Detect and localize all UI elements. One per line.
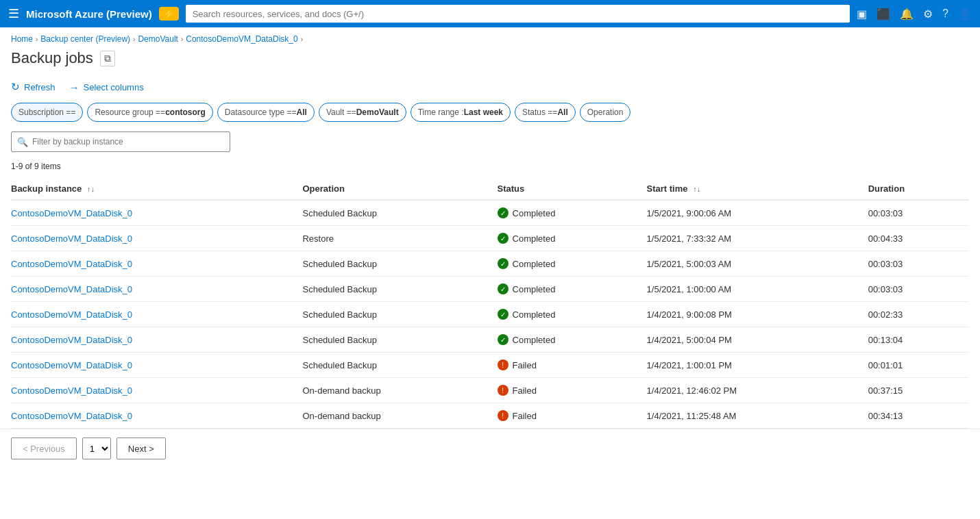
next-button[interactable]: Next > [117, 438, 166, 459]
instance-cell[interactable]: ContosoDemoVM_DataDisk_0 [11, 302, 302, 327]
app-title: Microsoft Azure (Preview) [26, 8, 152, 20]
filter-row: Subscription == Resource group == contos… [0, 103, 980, 129]
status-text: Completed [513, 233, 556, 244]
status-cell: ✓Completed [498, 200, 647, 226]
col-header-0[interactable]: Backup instance ↑↓ [11, 178, 302, 200]
col-header-4: Duration [868, 178, 969, 200]
start-time-cell: 1/4/2021, 5:00:04 PM [647, 327, 868, 353]
settings-icon[interactable]: ⚙ [923, 8, 933, 21]
start-time-cell: 1/4/2021, 11:25:48 AM [647, 403, 868, 429]
instance-cell[interactable]: ContosoDemoVM_DataDisk_0 [11, 251, 302, 277]
filter-chip-4[interactable]: Time range : Last week [411, 103, 511, 122]
start-time-cell: 1/4/2021, 12:46:02 PM [647, 378, 868, 403]
status-text: Failed [513, 385, 537, 396]
table-row: ContosoDemoVM_DataDisk_0Scheduled Backup… [11, 327, 969, 353]
share-icon[interactable]: ⧉ [100, 51, 115, 66]
search-icon: 🔍 [17, 137, 28, 147]
failed-icon: ! [498, 359, 509, 370]
completed-icon: ✓ [498, 207, 509, 218]
operation-cell: On-demand backup [302, 403, 497, 429]
completed-icon: ✓ [498, 334, 509, 345]
start-time-cell: 1/4/2021, 9:00:08 PM [647, 302, 868, 327]
table-row: ContosoDemoVM_DataDisk_0Scheduled Backup… [11, 302, 969, 327]
filter-chip-3[interactable]: Vault == DemoVault [319, 103, 406, 122]
breadcrumb-home[interactable]: Home [11, 34, 33, 44]
page-title: Backup jobs [11, 49, 93, 67]
status-cell: !Failed [498, 403, 647, 429]
status-text: Completed [513, 259, 556, 269]
operation-cell: Scheduled Backup [302, 327, 497, 353]
topbar: ☰ Microsoft Azure (Preview) ⚡ ▣ ⬛ 🔔 ⚙ ? … [0, 0, 980, 27]
table-row: ContosoDemoVM_DataDisk_0Scheduled Backup… [11, 200, 969, 226]
status-text: Failed [513, 360, 537, 370]
duration-cell: 00:03:03 [868, 251, 969, 277]
cloud-shell-icon[interactable]: ⬛ [877, 8, 890, 21]
status-text: Completed [513, 335, 556, 345]
status-cell: !Failed [498, 353, 647, 378]
breadcrumb-sep-1: › [36, 36, 38, 43]
col-header-2: Status [498, 178, 647, 200]
instance-cell[interactable]: ContosoDemoVM_DataDisk_0 [11, 226, 302, 251]
status-cell: !Failed [498, 378, 647, 403]
breadcrumb-sep-2: › [133, 36, 135, 43]
filter-chip-6[interactable]: Operation [580, 103, 631, 122]
table-row: ContosoDemoVM_DataDisk_0Scheduled Backup… [11, 277, 969, 302]
sort-icon: ↑↓ [693, 185, 700, 193]
page-header: Backup jobs ⧉ [0, 47, 980, 75]
duration-cell: 00:03:03 [868, 200, 969, 226]
filter-chip-1[interactable]: Resource group == contosorg [87, 103, 212, 122]
search-box: 🔍 [11, 131, 230, 152]
breadcrumb-demovault[interactable]: DemoVault [138, 34, 177, 44]
hamburger-icon[interactable]: ☰ [8, 6, 19, 21]
filter-chip-0[interactable]: Subscription == [11, 103, 83, 122]
breadcrumb-vm[interactable]: ContosoDemoVM_DataDisk_0 [186, 34, 297, 44]
operation-cell: On-demand backup [302, 378, 497, 403]
status-text: Completed [513, 309, 556, 320]
preview-badge: ⚡ [159, 7, 179, 21]
page-select[interactable]: 1 [82, 438, 111, 459]
instance-cell[interactable]: ContosoDemoVM_DataDisk_0 [11, 277, 302, 302]
completed-icon: ✓ [498, 309, 509, 320]
help-icon[interactable]: ? [942, 8, 948, 21]
start-time-cell: 1/5/2021, 1:00:00 AM [647, 277, 868, 302]
account-icon[interactable]: 👤 [958, 8, 972, 21]
breadcrumb-backup-center[interactable]: Backup center (Preview) [40, 34, 130, 44]
status-cell: ✓Completed [498, 226, 647, 251]
table-row: ContosoDemoVM_DataDisk_0On-demand backup… [11, 403, 969, 429]
instance-cell[interactable]: ContosoDemoVM_DataDisk_0 [11, 200, 302, 226]
operation-cell: Scheduled Backup [302, 251, 497, 277]
columns-icon: → [69, 81, 79, 93]
refresh-button[interactable]: ↻ Refresh [11, 78, 56, 96]
filter-chip-2[interactable]: Datasource type == All [217, 103, 315, 122]
toolbar: ↻ Refresh → Select columns [0, 75, 980, 103]
breadcrumb-sep-3: › [181, 36, 183, 43]
instance-cell[interactable]: ContosoDemoVM_DataDisk_0 [11, 327, 302, 353]
instance-cell[interactable]: ContosoDemoVM_DataDisk_0 [11, 378, 302, 403]
columns-label: Select columns [84, 82, 144, 92]
previous-button[interactable]: < Previous [11, 438, 77, 459]
terminal-icon[interactable]: ▣ [857, 8, 867, 21]
table-row: ContosoDemoVM_DataDisk_0Restore✓Complete… [11, 226, 969, 251]
duration-cell: 00:37:15 [868, 378, 969, 403]
status-text: Failed [513, 411, 537, 421]
instance-cell[interactable]: ContosoDemoVM_DataDisk_0 [11, 403, 302, 429]
refresh-icon: ↻ [11, 81, 20, 93]
operation-cell: Scheduled Backup [302, 277, 497, 302]
bell-icon[interactable]: 🔔 [900, 8, 914, 21]
operation-cell: Scheduled Backup [302, 353, 497, 378]
duration-cell: 00:04:33 [868, 226, 969, 251]
status-cell: ✓Completed [498, 277, 647, 302]
status-cell: ✓Completed [498, 251, 647, 277]
search-input[interactable] [32, 137, 224, 147]
start-time-cell: 1/4/2021, 1:00:01 PM [647, 353, 868, 378]
col-header-3[interactable]: Start time ↑↓ [647, 178, 868, 200]
completed-icon: ✓ [498, 258, 509, 269]
filter-chip-5[interactable]: Status == All [515, 103, 576, 122]
table-wrapper: Backup instance ↑↓OperationStatusStart t… [0, 178, 980, 429]
select-columns-button[interactable]: → Select columns [69, 79, 144, 96]
global-search-input[interactable] [186, 5, 850, 23]
breadcrumb-sep-4: › [301, 36, 303, 43]
start-time-cell: 1/5/2021, 9:00:06 AM [647, 200, 868, 226]
instance-cell[interactable]: ContosoDemoVM_DataDisk_0 [11, 353, 302, 378]
table-row: ContosoDemoVM_DataDisk_0Scheduled Backup… [11, 353, 969, 378]
